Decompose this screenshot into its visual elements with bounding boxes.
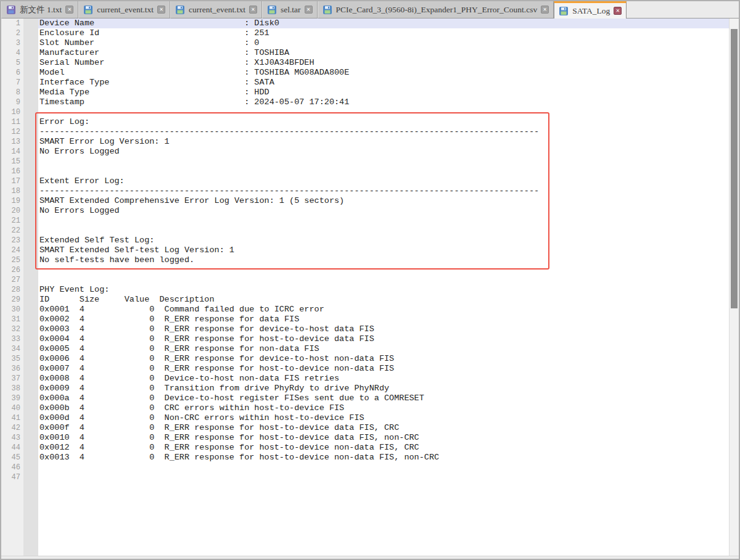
- editor-line: 7 Interface Type : SATA: [1, 78, 729, 88]
- line-text[interactable]: [38, 265, 729, 275]
- line-text[interactable]: Model : TOSHIBA MG08ADA800E: [38, 68, 729, 78]
- gutter-empty: [1, 482, 23, 556]
- line-number: 5: [1, 58, 23, 68]
- close-icon[interactable]: ✕: [305, 6, 313, 14]
- line-text[interactable]: No Errors Logged: [38, 206, 729, 216]
- fold-margin: [23, 147, 38, 157]
- fold-margin: [23, 433, 38, 443]
- line-text[interactable]: SMART Extended Comprehensive Error Log V…: [38, 196, 729, 206]
- vertical-scrollbar[interactable]: [729, 19, 739, 556]
- editor-line: 1 Device Name : Disk0: [1, 19, 729, 28]
- line-text[interactable]: [38, 216, 729, 226]
- line-text[interactable]: Enclosure Id : 251: [38, 28, 729, 38]
- close-icon[interactable]: ✕: [157, 6, 165, 14]
- line-number: 13: [1, 137, 23, 147]
- line-number: 44: [1, 443, 23, 453]
- line-text[interactable]: 0x0007 4 0 R_ERR response for host-to-de…: [38, 364, 729, 374]
- fold-margin: [23, 97, 38, 107]
- editor-line: 28 PHY Event Log:: [1, 285, 729, 295]
- line-text[interactable]: [38, 167, 729, 176]
- editor-line: 39 0x000a 4 0 Device-to-host register FI…: [1, 393, 729, 403]
- close-icon[interactable]: ✕: [65, 6, 73, 14]
- line-text[interactable]: 0x000a 4 0 Device-to-host register FISes…: [38, 393, 729, 403]
- line-text[interactable]: [38, 275, 729, 285]
- line-text[interactable]: 0x000b 4 0 CRC errors within host-to-dev…: [38, 403, 729, 413]
- fold-margin: [23, 443, 38, 453]
- fold-margin: [23, 107, 38, 117]
- floppy-disk-icon: [6, 5, 16, 15]
- line-number: 29: [1, 295, 23, 305]
- line-text[interactable]: 0x000d 4 0 Non-CRC errors within host-to…: [38, 413, 729, 423]
- fold-margin: [23, 315, 38, 324]
- line-text[interactable]: PHY Event Log:: [38, 285, 729, 295]
- fold-margin: [23, 344, 38, 354]
- tab-sata-log[interactable]: SATA_Log ✕: [554, 1, 627, 19]
- text-editor-window: 新文件 1.txt ✕ current_event.txt ✕ current_…: [0, 0, 740, 560]
- tab-1-txt[interactable]: 新文件 1.txt ✕: [1, 1, 78, 19]
- line-number: 33: [1, 334, 23, 344]
- line-text[interactable]: 0x0002 4 0 R_ERR response for data FIS: [38, 315, 729, 324]
- line-text[interactable]: ----------------------------------------…: [38, 186, 729, 196]
- line-text[interactable]: SMART Extended Self-test Log Version: 1: [38, 245, 729, 255]
- line-number: 8: [1, 88, 23, 97]
- editor-line: 34 0x0005 4 0 R_ERR response for non-dat…: [1, 344, 729, 354]
- line-text[interactable]: Timestamp : 2024-05-07 17:20:41: [38, 97, 729, 107]
- line-text[interactable]: [38, 463, 729, 472]
- line-text[interactable]: 0x0009 4 0 Transition from drive PhyRdy …: [38, 384, 729, 393]
- line-text[interactable]: ----------------------------------------…: [38, 127, 729, 137]
- fold-margin: [23, 403, 38, 413]
- line-text[interactable]: No self-tests have been logged.: [38, 255, 729, 265]
- line-text[interactable]: No Errors Logged: [38, 147, 729, 157]
- line-text[interactable]: [38, 107, 729, 117]
- line-text[interactable]: Manufacturer : TOSHIBA: [38, 48, 729, 58]
- line-text[interactable]: 0x0012 4 0 R_ERR response for host-to-de…: [38, 443, 729, 453]
- line-text[interactable]: 0x0005 4 0 R_ERR response for non-data F…: [38, 344, 729, 354]
- line-text[interactable]: 0x0001 4 0 Command failed due to ICRC er…: [38, 305, 729, 315]
- fold-margin: [23, 167, 38, 176]
- editor-main: 1 Device Name : Disk0 2 Enclosure Id : 2…: [1, 19, 739, 556]
- tab-pcie-card-3-9560-8i-expander1-phy-error-count-csv[interactable]: PCIe_Card_3_(9560-8i)_Expander1_PHY_Erro…: [318, 1, 554, 19]
- close-icon[interactable]: ✕: [249, 6, 257, 14]
- line-text[interactable]: Extent Error Log:: [38, 176, 729, 186]
- line-text[interactable]: Device Name : Disk0: [38, 19, 729, 28]
- line-text[interactable]: Error Log:: [38, 117, 729, 127]
- scrollbar-thumb[interactable]: [731, 29, 738, 308]
- floppy-disk-icon: [323, 5, 332, 15]
- line-text[interactable]: ID Size Value Description: [38, 295, 729, 305]
- line-text[interactable]: 0x0010 4 0 R_ERR response for host-to-de…: [38, 433, 729, 443]
- line-number: 40: [1, 403, 23, 413]
- line-text[interactable]: 0x0003 4 0 R_ERR response for device-to-…: [38, 324, 729, 334]
- line-text[interactable]: SMART Error Log Version: 1: [38, 137, 729, 147]
- empty-text-area[interactable]: [38, 482, 729, 556]
- line-text[interactable]: Interface Type : SATA: [38, 78, 729, 88]
- tab-current-event-txt[interactable]: current_event.txt ✕: [170, 1, 262, 19]
- tab-sel-tar[interactable]: sel.tar ✕: [262, 1, 318, 19]
- line-text[interactable]: Slot Number : 0: [38, 38, 729, 48]
- line-text[interactable]: [38, 472, 729, 482]
- line-text[interactable]: [38, 226, 729, 236]
- line-text[interactable]: 0x000f 4 0 R_ERR response for host-to-de…: [38, 423, 729, 433]
- line-text[interactable]: 0x0008 4 0 Device-to-host non-data FIS r…: [38, 374, 729, 384]
- line-text[interactable]: 0x0013 4 0 R_ERR response for host-to-de…: [38, 453, 729, 463]
- tab-bar-spacer: [627, 1, 739, 19]
- line-text[interactable]: Extended Self Test Log:: [38, 236, 729, 245]
- line-number: 15: [1, 157, 23, 167]
- editor-line: 6 Model : TOSHIBA MG08ADA800E: [1, 68, 729, 78]
- fold-margin: [23, 285, 38, 295]
- close-icon[interactable]: ✕: [614, 7, 622, 15]
- line-text[interactable]: 0x0004 4 0 R_ERR response for host-to-de…: [38, 334, 729, 344]
- line-number: 24: [1, 245, 23, 255]
- line-number: 26: [1, 265, 23, 275]
- line-text[interactable]: Media Type : HDD: [38, 88, 729, 97]
- close-icon[interactable]: ✕: [541, 6, 549, 14]
- line-text[interactable]: Serial Number : X1J0A34BFDEH: [38, 58, 729, 68]
- fold-margin: [23, 275, 38, 285]
- tab-current-event-txt[interactable]: current_event.txt ✕: [78, 1, 170, 19]
- fold-margin: [23, 206, 38, 216]
- text-editor-area[interactable]: 1 Device Name : Disk0 2 Enclosure Id : 2…: [1, 19, 729, 556]
- line-text[interactable]: 0x0006 4 0 R_ERR response for device-to-…: [38, 354, 729, 364]
- line-number: 34: [1, 344, 23, 354]
- floppy-disk-icon: [175, 5, 185, 15]
- line-text[interactable]: [38, 157, 729, 167]
- editor-line: 15: [1, 157, 729, 167]
